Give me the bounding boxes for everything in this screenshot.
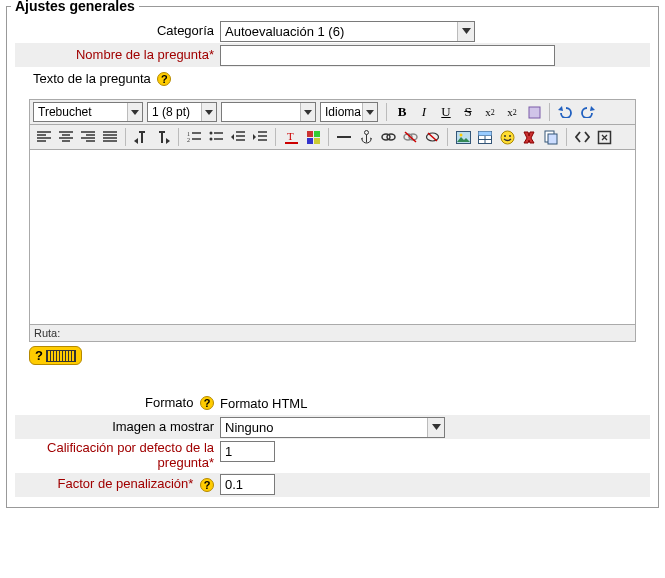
svg-rect-8 bbox=[314, 131, 320, 137]
svg-rect-20 bbox=[479, 131, 492, 135]
row-calificacion-defecto: Calificación por defecto de la pregunta* bbox=[15, 439, 650, 473]
factor-penalizacion-input[interactable] bbox=[220, 474, 275, 495]
help-icon: ? bbox=[35, 348, 43, 363]
help-icon[interactable]: ? bbox=[200, 478, 214, 492]
svg-point-15 bbox=[409, 134, 417, 140]
svg-text:T: T bbox=[287, 130, 294, 142]
language-select[interactable]: Idioma bbox=[320, 102, 378, 122]
label-imagen-mostrar: Imagen a mostrar bbox=[15, 420, 220, 435]
undo-icon[interactable] bbox=[555, 102, 575, 122]
imagen-mostrar-value: Ninguno bbox=[225, 420, 273, 435]
imagen-mostrar-select[interactable]: Ninguno bbox=[220, 417, 445, 438]
unlink-icon[interactable] bbox=[400, 127, 420, 147]
fullscreen-icon[interactable] bbox=[594, 127, 614, 147]
formato-value: Formato HTML bbox=[220, 396, 307, 411]
nombre-pregunta-input[interactable] bbox=[220, 45, 555, 66]
editor-toolbar-2: 12 T bbox=[29, 125, 636, 150]
label-texto-pregunta: Texto de la pregunta ? bbox=[15, 72, 177, 87]
help-icon[interactable]: ? bbox=[157, 72, 171, 86]
outdent-icon[interactable] bbox=[228, 127, 248, 147]
chevron-down-icon bbox=[201, 103, 216, 121]
chevron-down-icon bbox=[457, 22, 474, 41]
editor-toolbar-1: Trebuchet 1 (8 pt) Idioma B I U S x2 x2 bbox=[29, 99, 636, 125]
svg-rect-7 bbox=[307, 131, 313, 137]
hr-icon[interactable] bbox=[334, 127, 354, 147]
label-nombre-pregunta: Nombre de la pregunta* bbox=[15, 48, 220, 63]
chevron-down-icon bbox=[427, 418, 444, 437]
align-left-icon[interactable] bbox=[34, 127, 54, 147]
calificacion-defecto-input[interactable] bbox=[220, 441, 275, 462]
general-settings-panel: Ajustes generales Categoría Autoevaluaci… bbox=[6, 6, 659, 508]
svg-point-18 bbox=[459, 133, 462, 136]
svg-point-22 bbox=[504, 135, 506, 137]
search-replace-icon[interactable] bbox=[541, 127, 561, 147]
toolbar-separator bbox=[566, 128, 567, 146]
font-size-select[interactable]: 1 (8 pt) bbox=[147, 102, 217, 122]
svg-rect-26 bbox=[598, 131, 610, 143]
svg-rect-9 bbox=[307, 138, 313, 144]
align-right-icon[interactable] bbox=[78, 127, 98, 147]
svg-text:2: 2 bbox=[187, 137, 190, 143]
toolbar-separator bbox=[178, 128, 179, 146]
italic-icon[interactable]: I bbox=[414, 102, 434, 122]
strikethrough-icon[interactable]: S bbox=[458, 102, 478, 122]
redo-icon[interactable] bbox=[577, 102, 597, 122]
panel-title: Ajustes generales bbox=[11, 0, 139, 14]
bold-icon[interactable]: B bbox=[392, 102, 412, 122]
anchor-icon[interactable] bbox=[356, 127, 376, 147]
row-categoria: Categoría Autoevaluación 1 (6) bbox=[15, 19, 650, 43]
svg-point-16 bbox=[426, 133, 438, 141]
toolbar-separator bbox=[447, 128, 448, 146]
keyboard-help-button[interactable]: ? bbox=[29, 346, 82, 365]
toolbar-separator bbox=[549, 103, 550, 121]
label-calificacion-defecto: Calificación por defecto de la pregunta* bbox=[15, 441, 220, 471]
svg-point-11 bbox=[364, 131, 368, 135]
svg-point-4 bbox=[210, 138, 213, 141]
categoria-select[interactable]: Autoevaluación 1 (6) bbox=[220, 21, 475, 42]
style-select[interactable] bbox=[221, 102, 316, 122]
chevron-down-icon bbox=[127, 103, 142, 121]
rtl-icon[interactable] bbox=[153, 127, 173, 147]
toolbar-separator bbox=[125, 128, 126, 146]
svg-rect-10 bbox=[314, 138, 320, 144]
align-justify-icon[interactable] bbox=[100, 127, 120, 147]
row-factor-penalizacion: Factor de penalización* ? bbox=[15, 473, 650, 497]
help-icon[interactable]: ? bbox=[200, 396, 214, 410]
smiley-icon[interactable] bbox=[497, 127, 517, 147]
toolbar-separator bbox=[275, 128, 276, 146]
svg-point-23 bbox=[509, 135, 511, 137]
nolink-icon[interactable] bbox=[422, 127, 442, 147]
svg-point-13 bbox=[387, 134, 395, 140]
link-icon[interactable] bbox=[378, 127, 398, 147]
clean-icon[interactable] bbox=[524, 102, 544, 122]
svg-rect-6 bbox=[285, 142, 298, 144]
svg-point-12 bbox=[382, 134, 390, 140]
superscript-icon[interactable]: x2 bbox=[502, 102, 522, 122]
special-char-icon[interactable] bbox=[519, 127, 539, 147]
text-color-icon[interactable]: T bbox=[281, 127, 301, 147]
label-categoria: Categoría bbox=[15, 24, 220, 39]
chevron-down-icon bbox=[300, 103, 315, 121]
svg-rect-25 bbox=[548, 134, 557, 144]
svg-rect-19 bbox=[479, 131, 492, 143]
underline-icon[interactable]: U bbox=[436, 102, 456, 122]
table-icon[interactable] bbox=[475, 127, 495, 147]
html-source-icon[interactable] bbox=[572, 127, 592, 147]
row-nombre-pregunta: Nombre de la pregunta* bbox=[15, 43, 650, 67]
label-formato: Formato ? bbox=[15, 396, 220, 411]
svg-text:1: 1 bbox=[187, 131, 190, 137]
ltr-icon[interactable] bbox=[131, 127, 151, 147]
chevron-down-icon bbox=[362, 103, 377, 121]
align-center-icon[interactable] bbox=[56, 127, 76, 147]
bg-color-icon[interactable] bbox=[303, 127, 323, 147]
svg-rect-24 bbox=[545, 131, 554, 142]
editor-path: Ruta: bbox=[29, 325, 636, 342]
image-icon[interactable] bbox=[453, 127, 473, 147]
editor-textarea[interactable] bbox=[29, 150, 636, 325]
font-family-select[interactable]: Trebuchet bbox=[33, 102, 143, 122]
categoria-select-value: Autoevaluación 1 (6) bbox=[225, 24, 344, 39]
subscript-icon[interactable]: x2 bbox=[480, 102, 500, 122]
unordered-list-icon[interactable] bbox=[206, 127, 226, 147]
ordered-list-icon[interactable]: 12 bbox=[184, 127, 204, 147]
indent-icon[interactable] bbox=[250, 127, 270, 147]
